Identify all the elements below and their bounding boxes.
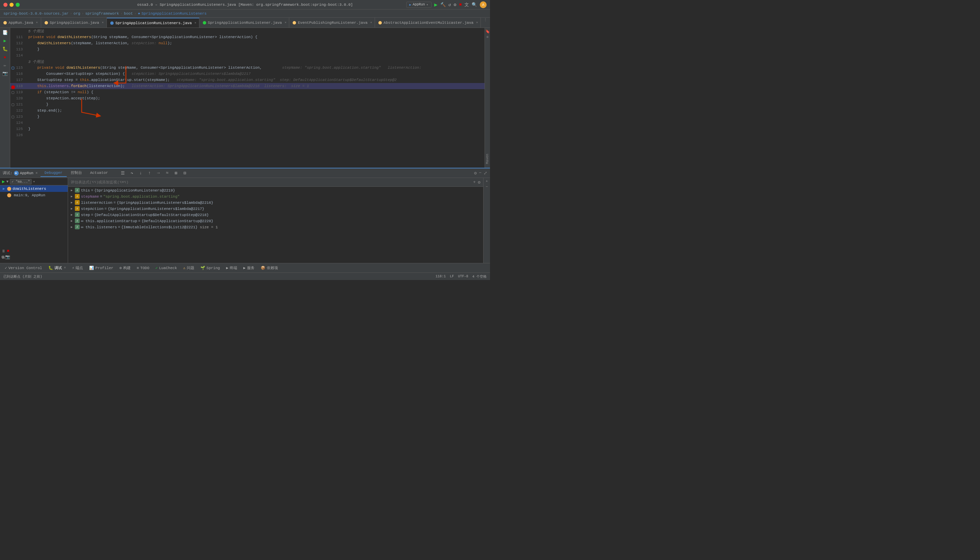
maximize-button[interactable] (16, 3, 20, 7)
debug-close-bottom[interactable]: × (64, 266, 66, 270)
var-stepaction[interactable]: ▶ i stepAction = {SpringApplicationRunLi… (68, 206, 483, 212)
tab-springrunlisteners[interactable]: SpringApplicationRunListeners.java × (107, 18, 199, 28)
more-actions[interactable]: ↺ (448, 2, 451, 7)
app-run-btn[interactable]: ▶ AppRun ▾ (406, 2, 432, 8)
toolbar-eval-expr[interactable]: ≈ (164, 170, 170, 177)
close-button[interactable] (3, 3, 7, 7)
toolbar-endpoints[interactable]: ⚡ 端点 (70, 265, 85, 271)
tab-close-apprun[interactable]: × (36, 21, 38, 25)
debug-resume-icon[interactable]: ▶ (2, 178, 5, 184)
gutter-icon-run[interactable]: ▶ (2, 37, 8, 44)
gutter-icon-debug[interactable]: 🐛 (2, 46, 8, 52)
debug-settings-icon[interactable]: ⚙ (474, 170, 477, 176)
comment-3-usages: 3 个用法 (25, 59, 44, 64)
var-step[interactable]: ▶ i step = {DefaultApplicationStartup$De… (68, 212, 483, 218)
problems-icon: ⚠ (183, 266, 185, 270)
tab-abstract-multicaster[interactable]: AbstractApplicationEventMulticaster.java… (375, 18, 481, 28)
breadcrumb-springframework[interactable]: springframework (85, 12, 119, 16)
toolbar-terminal[interactable]: ▶ 终端 (224, 265, 239, 271)
tab-close-listener-iface[interactable]: × (285, 21, 286, 25)
debug-right-add[interactable]: + (485, 179, 488, 183)
toolbar-grid-view[interactable]: ⊞ (173, 170, 179, 177)
toolbar-spring[interactable]: 🌱 Spring (198, 265, 222, 271)
tab-springapp[interactable]: SpringApplication.java × (41, 18, 107, 28)
structure-icon[interactable]: ≡ (486, 35, 488, 39)
toolbar-luacheck[interactable]: ✓ LuaCheck (153, 265, 179, 271)
breadcrumb-jar[interactable]: spring-boot-3.0.0-sources.jar (3, 12, 68, 16)
toolbar-build[interactable]: ⚙ 构建 (117, 265, 133, 271)
window-controls[interactable] (3, 3, 20, 7)
translate-icon[interactable]: 文 (465, 2, 469, 8)
toolbar-services[interactable]: ▶ 服务 (241, 265, 257, 271)
settings-icon[interactable]: ⚙ (453, 2, 456, 7)
gutter-icon-camera[interactable]: 📷 (2, 70, 8, 77)
user-icon[interactable]: A (480, 2, 487, 8)
tab-listener-iface[interactable]: SpringApplicationRunListener.java × (199, 18, 290, 28)
tab-close-springapp[interactable]: × (102, 21, 103, 25)
var-listeneraction[interactable]: ▶ i listenerAction = {SpringApplicationR… (68, 200, 483, 206)
toolbar-version-control[interactable]: ✓ Version Control (3, 265, 44, 271)
toolbar-dependencies[interactable]: 📦 依赖项 (258, 265, 280, 271)
status-position[interactable]: 118:1 (435, 275, 446, 278)
expr-settings-icon[interactable]: ⚙ (478, 180, 480, 185)
var-this[interactable]: ▶ i this = {SpringApplicationRunListener… (68, 187, 483, 193)
tab-close-abstract-multicaster[interactable]: × (476, 21, 478, 25)
title-bar: ossa3.0 – SpringApplicationRunListeners.… (0, 0, 490, 10)
var-this-listeners[interactable]: ▶ i ∞ this.listeners = {ImmutableCollect… (68, 224, 483, 230)
maven-sidebar-label[interactable]: Maven (485, 151, 490, 167)
toolbar-profiler[interactable]: 📊 Profiler (87, 265, 115, 271)
var-stepname[interactable]: ▶ i stepName = "spring.boot.application.… (68, 193, 483, 200)
filter-icon[interactable]: ▼ (6, 180, 8, 184)
debug-close-btn[interactable]: × (35, 171, 38, 175)
expr-add-icon[interactable]: + (473, 180, 476, 185)
right-sidebar: 🔖 ≡ Maven (485, 28, 490, 168)
var-this-appstartup[interactable]: ▶ i ∞ this.applicationStartup = {Default… (68, 218, 483, 224)
status-lf[interactable]: LF (450, 275, 454, 278)
search-icon[interactable]: 🔍 (472, 2, 477, 7)
debug-expand-icon[interactable]: ⤢ (483, 170, 487, 176)
toolbar-run-cursor[interactable]: → (155, 170, 162, 177)
debug-right-minus[interactable]: − (485, 185, 488, 189)
toolbar-step-over[interactable]: ↷ (128, 170, 135, 177)
tab-debugger[interactable]: Debugger (40, 170, 67, 177)
status-encoding[interactable]: UTF-8 (458, 275, 468, 278)
frame-dowithlisseners[interactable]: ▶ doWithListeners (0, 185, 68, 192)
ctrl-pause-icon[interactable]: ⏸ (2, 249, 5, 254)
ctrl-stop-icon[interactable]: ■ (7, 249, 9, 254)
toolbar-step-into[interactable]: ↓ (137, 170, 144, 177)
run-green-btn[interactable]: ▶ (434, 2, 438, 8)
debug-panel: 调试: ▶ AppRun × Debugger 控制台 Actuator ☰ ↷… (0, 168, 490, 263)
gutter-icon-breakpoint-red[interactable]: ● (2, 54, 8, 60)
expression-input[interactable] (71, 180, 471, 184)
toolbar-grid-2[interactable]: ⊟ (182, 170, 188, 177)
tab-actuator[interactable]: Actuator (86, 170, 112, 177)
breadcrumb-org[interactable]: org (73, 12, 80, 16)
gutter-icon-edit[interactable]: ✏ (2, 62, 8, 69)
status-indent[interactable]: 4 个空格 (472, 274, 487, 279)
code-editor[interactable]: 5 个用法 111 private void doWithListeners(S… (10, 28, 485, 168)
tab-eventpublishing[interactable]: EventPublishingRunListener.java × (289, 18, 375, 28)
stop-btn[interactable]: ■ (459, 2, 462, 7)
tab-close-eventpublishing[interactable]: × (370, 21, 372, 25)
minimize-button[interactable] (10, 3, 13, 7)
filter-arrow[interactable]: ▾ (33, 180, 35, 184)
build-btn[interactable]: 🔨 (440, 2, 446, 7)
toolbar-todo[interactable]: ≡ TODO (135, 265, 152, 271)
toolbar-step-out[interactable]: ↑ (146, 170, 153, 177)
toolbar-list-icon[interactable]: ☰ (120, 170, 126, 177)
tab-apprun[interactable]: AppRun.java × (0, 18, 41, 28)
ctrl-camera-icon[interactable]: 📷 (5, 255, 10, 260)
filter-dropdown[interactable]: ✓ "ma..." (10, 179, 32, 184)
tab-close-springrunlisteners[interactable]: × (195, 22, 196, 25)
gutter-icon-bookmark[interactable]: 📑 (2, 29, 8, 36)
debug-minimize-icon[interactable]: − (479, 170, 482, 176)
toolbar-problems[interactable]: ⚠ 问题 (181, 265, 196, 271)
frame-main[interactable]: ▶ main:9, AppRun (0, 192, 68, 198)
tab-console[interactable]: 控制台 (67, 169, 86, 177)
breadcrumb-boot[interactable]: boot (124, 12, 133, 16)
tabs-overflow-btn[interactable]: ⋮ (481, 18, 490, 28)
title-bar-actions[interactable]: ▶ AppRun ▾ ▶ 🔨 ↺ ⚙ ■ 文 🔍 A (406, 2, 487, 8)
bookmarks-icon[interactable]: 🔖 (485, 29, 490, 34)
ctrl-debug-icon[interactable]: ⚙ (2, 255, 4, 260)
toolbar-debug[interactable]: 🐛 调试 × (46, 265, 68, 271)
